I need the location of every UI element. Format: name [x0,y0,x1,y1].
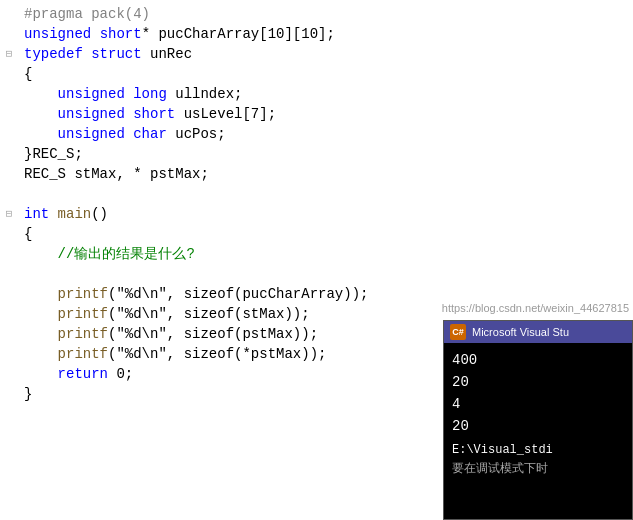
code-line: { [0,224,633,244]
line-content: { [20,224,633,244]
code-line: unsigned short* pucCharArray[10][10]; [0,24,633,44]
line-gutter: ⊟ [0,44,18,64]
line-content: unsigned short usLevel[7]; [20,104,633,124]
terminal-titlebar: C# Microsoft Visual Stu [444,321,632,343]
code-line: { [0,64,633,84]
code-line: unsigned short usLevel[7]; [0,104,633,124]
code-line [0,264,633,284]
line-content: //输出的结果是什么? [20,244,633,264]
code-line: }REC_S; [0,144,633,164]
line-content: int main() [20,204,633,224]
fold-indicator[interactable]: ⊟ [6,204,13,224]
fold-indicator[interactable]: ⊟ [6,44,13,64]
terminal-output-line: 20 [452,371,624,393]
terminal-output-line: 400 [452,349,624,371]
line-content: unsigned short* pucCharArray[10][10]; [20,24,633,44]
line-content: }REC_S; [20,144,633,164]
terminal-icon: C# [450,324,466,340]
code-line: unsigned char ucPos; [0,124,633,144]
terminal-chinese-text: 要在调试模式下时 [452,459,624,477]
code-line [0,184,633,204]
terminal-output-line: 20 [452,415,624,437]
terminal-title: Microsoft Visual Stu [472,326,569,338]
code-line: ⊟typedef struct unRec [0,44,633,64]
line-content: { [20,64,633,84]
terminal-output-line: 4 [452,393,624,415]
line-content: typedef struct unRec [20,44,633,64]
line-content: REC_S stMax, * pstMax; [20,164,633,184]
code-line: unsigned long ullndex; [0,84,633,104]
watermark: https://blog.csdn.net/weixin_44627815 [438,300,633,316]
line-content: unsigned char ucPos; [20,124,633,144]
line-gutter: ⊟ [0,204,18,224]
terminal-body: 40020420E:\Visual_stdi要在调试模式下时 [444,343,632,483]
line-content: unsigned long ullndex; [20,84,633,104]
line-content: #pragma pack(4) [20,4,633,24]
terminal-window: C# Microsoft Visual Stu 40020420E:\Visua… [443,320,633,520]
code-line: #pragma pack(4) [0,4,633,24]
code-editor: #pragma pack(4)unsigned short* pucCharAr… [0,0,633,520]
code-line: //输出的结果是什么? [0,244,633,264]
code-line: ⊟int main() [0,204,633,224]
terminal-path: E:\Visual_stdi [452,441,624,459]
code-line: REC_S stMax, * pstMax; [0,164,633,184]
